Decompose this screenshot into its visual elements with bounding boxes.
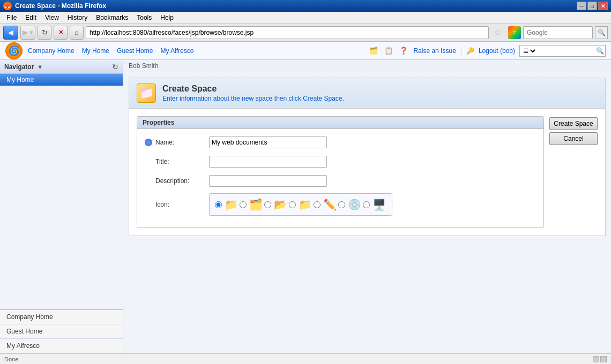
app-nav-links: Company Home My Home Guest Home My Alfre… [28, 47, 368, 55]
menu-bookmarks[interactable]: Bookmarks [92, 13, 132, 22]
raise-issue-link[interactable]: Raise an Issue [413, 47, 456, 55]
space-icon: 📁 [137, 84, 156, 103]
content-area: Bob Smith 📁 Create Space Enter informati… [123, 60, 611, 353]
folder-icon-5: ✏️ [322, 197, 337, 212]
folder-icon-4: 📁 [297, 197, 312, 212]
required-indicator [145, 139, 152, 146]
firefox-icon: 🦊 [3, 2, 12, 10]
nav-my-home[interactable]: My Home [82, 47, 109, 55]
search-submit-button[interactable]: 🔍 [595, 26, 608, 39]
title-field-row: Title: [145, 155, 536, 169]
logout-button[interactable]: Logout (bob) [479, 47, 515, 55]
sidebar-footer-guest-home[interactable]: Guest Home [0, 324, 123, 339]
menu-help[interactable]: Help [156, 13, 178, 22]
address-bar[interactable] [86, 26, 489, 39]
menu-edit[interactable]: Edit [21, 13, 41, 22]
icon-label: Icon: [155, 201, 169, 208]
header-search-input[interactable] [537, 46, 596, 56]
menu-tools[interactable]: Tools [132, 13, 156, 22]
folder-icon-6: 💿 [347, 197, 362, 212]
navigator-label: Navigator [4, 63, 34, 71]
forward-button[interactable]: ▶ ▾ [20, 26, 35, 40]
create-space-button[interactable]: Create Space [549, 117, 598, 130]
home-button[interactable]: ⌂ [70, 26, 84, 40]
menu-history[interactable]: History [63, 13, 92, 22]
icon-label-wrap: Icon: [145, 201, 209, 208]
nav-my-alfresco[interactable]: My Alfresco [160, 47, 193, 55]
back-button[interactable]: ◀ [3, 26, 18, 40]
title-input[interactable] [209, 156, 327, 168]
minimize-button[interactable]: ─ [577, 2, 586, 10]
navigator-dropdown-button[interactable]: ▼ [37, 64, 43, 70]
view-selector[interactable]: ☰ [521, 47, 537, 55]
icon-options: 📁 🗂️ 📂 [209, 193, 392, 216]
menu-view[interactable]: View [41, 13, 63, 22]
search-input[interactable] [523, 26, 593, 39]
refresh-button[interactable]: ↻ [38, 26, 51, 40]
icon-radio-1[interactable] [215, 201, 222, 208]
app-header: 🌀 Company Home My Home Guest Home My Alf… [0, 42, 611, 60]
sidebar-footer-company-home[interactable]: Company Home [0, 310, 123, 324]
description-label-wrap: Description: [145, 177, 209, 185]
status-bar: Done [0, 353, 611, 364]
icon-radio-6[interactable] [338, 201, 345, 208]
breadcrumb: Bob Smith [123, 60, 611, 72]
status-box-1 [593, 356, 599, 362]
browser-toolbar: ◀ ▶ ▾ ↻ ✕ ⌂ ☆ G 🔍 [0, 24, 611, 42]
icon-option-3[interactable]: 📂 [264, 197, 288, 212]
create-space-subtitle: Enter information about the new space th… [162, 95, 344, 102]
icon-option-7[interactable]: 🖥️ [363, 197, 386, 212]
header-tools: 🗂️ 📋 ❓ Raise an Issue | 🔑 Logout (bob) ☰… [368, 45, 606, 57]
menu-bar: File Edit View History Bookmarks Tools H… [0, 12, 611, 24]
tool-icon-1[interactable]: 🗂️ [368, 46, 379, 56]
folder-icon-3: 📂 [273, 197, 288, 212]
create-space-title: Create Space [162, 84, 344, 94]
description-field-row: Description: [145, 174, 536, 188]
nav-company-home[interactable]: Company Home [28, 47, 74, 55]
main-layout: Navigator ▼ ↻ My Home Company Home Guest… [0, 60, 611, 353]
header-search-container: ☰ 🔍 [519, 45, 606, 57]
properties-body: Name: Title: [137, 129, 543, 228]
status-text: Done [4, 356, 593, 362]
icon-radio-7[interactable] [363, 201, 370, 208]
properties-header: Properties [137, 117, 543, 129]
right-buttons: Create Space Cancel [549, 116, 598, 228]
close-button[interactable]: ✕ [598, 2, 608, 10]
stop-button[interactable]: ✕ [54, 26, 68, 40]
title-label: Title: [155, 158, 169, 165]
icon-radio-5[interactable] [314, 201, 321, 208]
name-label-wrap: Name: [145, 139, 209, 146]
sidebar-refresh-button[interactable]: ↻ [112, 63, 118, 71]
description-input[interactable] [209, 175, 327, 187]
address-bar-wrap: ☆ G 🔍 [86, 26, 608, 39]
icon-option-5[interactable]: ✏️ [314, 197, 337, 212]
nav-guest-home[interactable]: Guest Home [117, 47, 153, 55]
name-label: Name: [155, 139, 209, 146]
folder-icon-1: 📁 [223, 197, 239, 212]
maximize-button[interactable]: □ [587, 2, 597, 10]
sidebar-nav: My Home [0, 74, 123, 309]
icon-option-2[interactable]: 🗂️ [240, 197, 263, 212]
help-icon[interactable]: ❓ [398, 46, 409, 56]
create-space-header: 📁 Create Space Enter information about t… [129, 78, 605, 109]
sidebar-footer-my-alfresco[interactable]: My Alfresco [0, 339, 123, 353]
menu-file[interactable]: File [2, 13, 21, 22]
icon-radio-2[interactable] [240, 201, 247, 208]
bookmark-star-button[interactable]: ☆ [491, 26, 504, 39]
cancel-button[interactable]: Cancel [549, 132, 598, 145]
window-controls: ─ □ ✕ [577, 2, 608, 10]
status-box-2 [600, 356, 607, 362]
icon-option-4[interactable]: 📁 [289, 197, 312, 212]
header-search-button[interactable]: 🔍 [596, 47, 604, 55]
icon-radio-3[interactable] [264, 201, 271, 208]
folder-icon-7: 🖥️ [371, 197, 386, 212]
icon-option-1[interactable]: 📁 [215, 197, 239, 212]
breadcrumb-text: Bob Smith [129, 62, 158, 70]
name-field-row: Name: [145, 135, 536, 149]
icon-radio-4[interactable] [289, 201, 296, 208]
tool-icon-2[interactable]: 📋 [383, 46, 394, 56]
name-input[interactable] [209, 136, 327, 148]
sidebar: Navigator ▼ ↻ My Home Company Home Guest… [0, 60, 123, 353]
sidebar-item-my-home[interactable]: My Home [0, 74, 123, 86]
icon-option-6[interactable]: 💿 [338, 197, 362, 212]
